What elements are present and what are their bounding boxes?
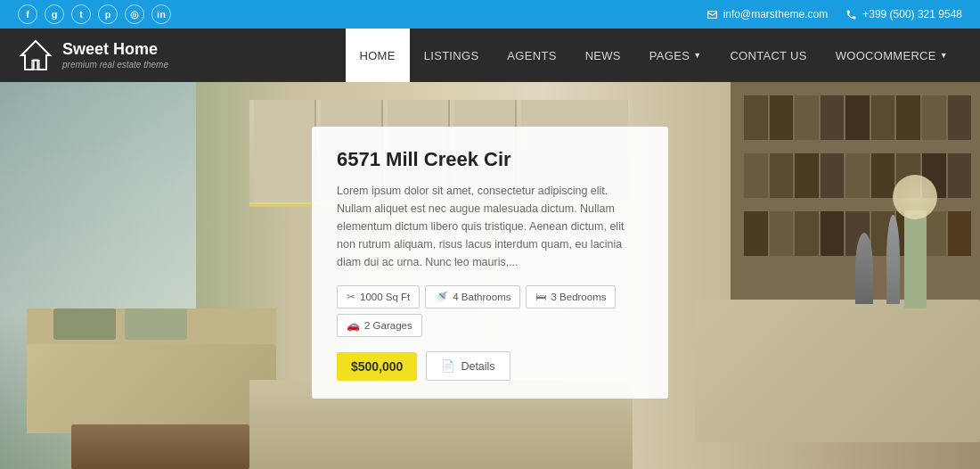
- decor-2: [886, 215, 900, 304]
- nav-item-news[interactable]: NEWS: [571, 29, 635, 82]
- bookshelf-row2: [739, 149, 976, 202]
- nav-item-woocommerce[interactable]: WOOCOMMERCE ▼: [821, 29, 962, 82]
- phone-text: +399 (500) 321 9548: [862, 8, 962, 21]
- contact-info: info@marstheme.com +399 (500) 321 9548: [706, 8, 962, 21]
- logo-title: Sweet Home: [62, 40, 168, 60]
- logo-subtitle: premium real estate theme: [62, 60, 168, 70]
- property-card: 6571 Mill Creek Cir Lorem ipsum dolor si…: [312, 127, 668, 399]
- garage-icon: 🚗: [347, 319, 360, 332]
- coffee-table: [71, 424, 249, 469]
- feature-garage-label: 2 Garages: [364, 320, 412, 331]
- feature-sqft-label: 1000 Sq Ft: [360, 292, 410, 302]
- nav-item-agents[interactable]: AGENTS: [493, 29, 570, 82]
- hero-section: 6571 Mill Creek Cir Lorem ipsum dolor si…: [0, 82, 980, 469]
- nav-item-home[interactable]: HOME: [346, 29, 410, 82]
- pillow-2: [125, 309, 187, 340]
- feature-bath-label: 4 Bathrooms: [453, 292, 510, 302]
- pinterest-icon[interactable]: p: [98, 4, 118, 24]
- feature-garages: 🚗 2 Garages: [337, 314, 422, 337]
- details-label: Details: [461, 360, 494, 373]
- details-button[interactable]: 📄 Details: [426, 351, 510, 381]
- bed-icon: 🛏: [535, 291, 546, 303]
- property-description: Lorem ipsum dolor sit amet, consectetur …: [337, 182, 643, 271]
- feature-sqft: ✂ 1000 Sq Ft: [337, 285, 420, 309]
- facebook-icon[interactable]: f: [18, 4, 37, 24]
- twitter-icon[interactable]: t: [71, 4, 91, 24]
- decor-1: [855, 233, 873, 304]
- logo-text: Sweet Home premium real estate theme: [62, 40, 168, 70]
- feature-bedrooms: 🛏 3 Bedrooms: [526, 285, 616, 309]
- email-icon: [706, 9, 718, 21]
- googleplus-icon[interactable]: g: [45, 4, 64, 24]
- property-actions: $500,000 📄 Details: [337, 351, 643, 381]
- property-title: 6571 Mill Creek Cir: [337, 148, 643, 171]
- vase-stem: [904, 210, 927, 309]
- pillow-1: [53, 309, 116, 340]
- phone-contact: +399 (500) 321 9548: [845, 8, 962, 21]
- logo[interactable]: Sweet Home premium real estate theme: [18, 37, 168, 73]
- nav-item-listings[interactable]: LISTINGS: [410, 29, 494, 82]
- linkedin-icon[interactable]: in: [151, 4, 171, 24]
- nav-menu: HOME LISTINGS AGENTS NEWS PAGES ▼ CONTAC…: [346, 29, 962, 82]
- logo-icon: [18, 37, 53, 73]
- phone-icon: [845, 9, 857, 21]
- flower: [893, 175, 937, 219]
- dresser: [695, 300, 980, 442]
- social-icons-group: f g t p ◎ in: [18, 4, 171, 24]
- details-icon: 📄: [441, 359, 455, 373]
- feature-bed-label: 3 Bedrooms: [551, 292, 606, 302]
- bath-icon: 🚿: [435, 291, 448, 303]
- svg-marker-0: [21, 41, 50, 70]
- sqft-icon: ✂: [347, 291, 355, 303]
- bookshelf-row1: [739, 91, 976, 144]
- property-features: ✂ 1000 Sq Ft 🚿 4 Bathrooms 🛏 3 Bedrooms …: [337, 285, 643, 337]
- email-text: info@marstheme.com: [723, 8, 829, 21]
- woo-dropdown-arrow: ▼: [940, 51, 948, 60]
- sofa: [27, 344, 276, 433]
- top-bar: f g t p ◎ in info@marstheme.com +399 (50…: [0, 0, 980, 29]
- price-badge: $500,000: [337, 352, 417, 381]
- nav-bar: Sweet Home premium real estate theme HOM…: [0, 29, 980, 82]
- pages-dropdown-arrow: ▼: [693, 51, 701, 60]
- nav-item-contact[interactable]: CONTACT US: [715, 29, 821, 82]
- feature-bathrooms: 🚿 4 Bathrooms: [425, 285, 520, 309]
- email-contact: info@marstheme.com: [706, 8, 829, 21]
- nav-item-pages[interactable]: PAGES ▼: [635, 29, 716, 82]
- cabinet-1: [254, 100, 316, 202]
- instagram-icon[interactable]: ◎: [125, 4, 144, 24]
